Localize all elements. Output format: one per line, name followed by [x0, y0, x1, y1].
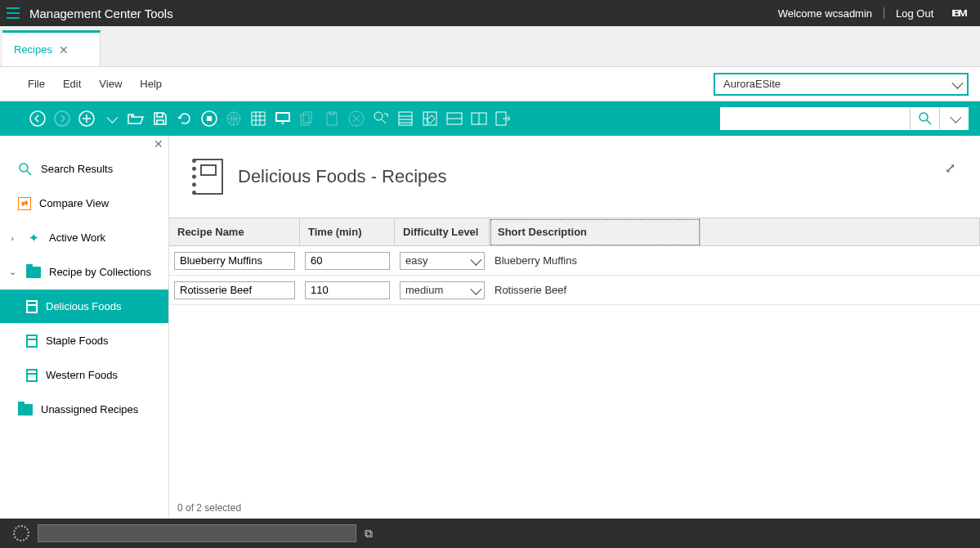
menu-file[interactable]: File	[28, 78, 45, 90]
nav-compare-view[interactable]: ⇄ Compare View	[0, 186, 168, 221]
refresh-button[interactable]	[175, 109, 195, 128]
desc-text: Rotisserie Beef	[494, 284, 566, 296]
menu-help[interactable]: Help	[140, 78, 162, 90]
menu-view[interactable]: View	[99, 78, 122, 90]
table-row[interactable]: easy Blueberry Muffins	[169, 246, 980, 276]
time-input[interactable]	[305, 281, 390, 299]
nav-unassigned-recipes[interactable]: Unassigned Recipes	[0, 393, 168, 427]
nav-label: Staple Foods	[46, 335, 168, 347]
nav-label: Delicious Foods	[46, 300, 168, 312]
difficulty-select[interactable]: medium	[400, 281, 485, 299]
svg-rect-4	[207, 116, 212, 121]
tab-recipes[interactable]: Recipes ✕	[2, 30, 101, 66]
collection-icon	[26, 335, 38, 348]
site-selector[interactable]: AuroraESite	[714, 73, 969, 96]
navigation-panel: ✕ Search Results ⇄ Compare View › ✦ Acti…	[0, 136, 169, 519]
svg-rect-9	[301, 115, 309, 125]
tab-label: Recipes	[14, 43, 52, 56]
search-icon	[18, 162, 33, 177]
col-recipe-name[interactable]: Recipe Name	[169, 218, 300, 246]
table-view-icon[interactable]	[396, 109, 415, 128]
layout-v-icon[interactable]	[469, 109, 489, 128]
nav-western-foods[interactable]: Western Foods	[0, 358, 168, 393]
nav-delicious-foods[interactable]: Delicious Foods	[0, 290, 168, 324]
nav-search-results[interactable]: Search Results	[0, 152, 168, 186]
export-icon[interactable]	[494, 109, 513, 128]
delete-icon[interactable]	[347, 109, 366, 128]
nav-label: Unassigned Recipes	[41, 403, 168, 415]
paste-icon[interactable]	[322, 109, 342, 128]
back-button[interactable]	[28, 109, 47, 128]
screen-icon[interactable]	[273, 109, 293, 128]
expand-arrow-icon[interactable]: ›	[7, 233, 18, 243]
select-value: easy	[405, 254, 427, 267]
chevron-down-icon	[470, 283, 481, 294]
nav-label: Recipe by Collections	[49, 266, 168, 278]
nav-staple-foods[interactable]: Staple Foods	[0, 324, 168, 358]
selection-status: 0 of 2 selected	[169, 497, 980, 519]
logout-link[interactable]: Log Out	[896, 7, 933, 20]
toolbar	[0, 101, 980, 136]
collapse-arrow-icon[interactable]: ⌄	[7, 267, 18, 277]
time-input[interactable]	[305, 252, 390, 270]
collection-icon	[26, 300, 38, 313]
nav-label: Compare View	[39, 197, 168, 209]
menu-edit[interactable]: Edit	[63, 78, 81, 90]
svg-rect-8	[303, 112, 311, 123]
forward-button[interactable]	[52, 109, 72, 128]
content-panel: Delicious Foods - Recipes ⤢ Recipe Name …	[169, 136, 980, 519]
col-time[interactable]: Time (min)	[300, 218, 395, 246]
stop-button[interactable]	[199, 109, 219, 128]
welcome-text: Welcome wcsadmin	[778, 7, 872, 20]
chevron-down-icon	[470, 254, 481, 265]
maximize-icon[interactable]: ⤢	[945, 160, 955, 176]
table-header: Recipe Name Time (min) Difficulty Level …	[169, 218, 980, 246]
nav-recipe-by-collections[interactable]: ⌄ Recipe by Collections	[0, 255, 168, 290]
ibm-logo: IBM	[951, 8, 965, 19]
chevron-down-icon	[951, 77, 963, 88]
search-button[interactable]	[910, 107, 939, 130]
svg-point-19	[920, 113, 928, 121]
nav-active-work[interactable]: › ✦ Active Work	[0, 221, 168, 255]
recipe-name-input[interactable]	[174, 281, 295, 299]
svg-point-13	[374, 112, 383, 120]
table-row[interactable]: medium Rotisserie Beef	[169, 276, 980, 305]
recipe-name-input[interactable]	[174, 252, 295, 270]
difficulty-select[interactable]: easy	[400, 252, 485, 270]
svg-point-20	[20, 164, 28, 172]
open-button[interactable]	[126, 109, 145, 128]
find-replace-icon[interactable]	[371, 109, 391, 128]
search-input[interactable]	[720, 107, 910, 130]
folder-icon	[26, 267, 41, 278]
new-button[interactable]	[77, 109, 96, 128]
column-edit-icon[interactable]	[420, 109, 440, 128]
app-title: Management Center Tools	[26, 7, 173, 20]
new-dropdown[interactable]	[101, 109, 121, 128]
col-spacer	[700, 218, 980, 246]
tab-strip: Recipes ✕	[0, 26, 980, 67]
tab-close-icon[interactable]: ✕	[59, 43, 69, 56]
compare-icon: ⇄	[18, 197, 31, 210]
grid-icon[interactable]	[248, 109, 268, 128]
layout-h-icon[interactable]	[445, 109, 464, 128]
status-bar: ⧉	[0, 519, 980, 548]
panel-close-icon[interactable]: ✕	[154, 137, 163, 150]
recipes-table: Recipe Name Time (min) Difficulty Level …	[169, 218, 980, 305]
menu-bar: File Edit View Help AuroraESite	[0, 67, 980, 101]
progress-spinner-icon	[13, 525, 29, 541]
site-selector-value: AuroraESite	[723, 78, 781, 90]
copy-icon[interactable]	[298, 109, 317, 128]
page-type-icon	[192, 159, 223, 195]
col-difficulty[interactable]: Difficulty Level	[395, 218, 490, 246]
desc-text: Blueberry Muffins	[494, 254, 577, 267]
status-input[interactable]	[38, 524, 356, 542]
main-menu-button[interactable]	[0, 0, 26, 26]
nav-label: Active Work	[49, 231, 168, 244]
col-short-description[interactable]: Short Description	[490, 218, 700, 246]
popout-icon[interactable]: ⧉	[365, 527, 373, 541]
globe-icon[interactable]	[224, 109, 244, 128]
search-options-dropdown[interactable]	[939, 107, 969, 130]
svg-rect-14	[399, 112, 412, 125]
save-button[interactable]	[150, 109, 170, 128]
svg-rect-7	[277, 114, 289, 120]
